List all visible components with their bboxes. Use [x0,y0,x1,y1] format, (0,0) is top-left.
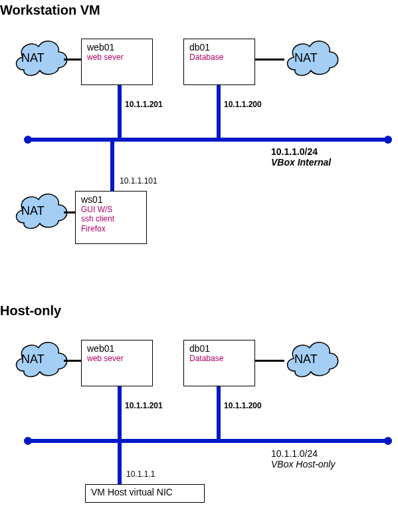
bus-dot-right-1 [384,136,392,144]
web01-desc-2: web sever [87,354,147,363]
bus-2 [27,439,387,443]
ws01-desc2: ssh client [81,214,141,223]
ip-web01-1: 10.1.1.201 [125,100,163,109]
net-label-1: 10.1.1.0/24 VBox Internal [271,146,331,168]
web01-desc-1: web sever [87,53,147,62]
nat-label-web01-2: NAT [21,352,45,366]
net-label-2: 10.1.1.0/24 VBox Host-only [271,448,335,469]
link-nat-ws01 [64,211,75,213]
drop-web01-2 [118,386,122,441]
ip-db01-2: 10.1.1.200 [224,401,262,410]
box-web01-1: web01 web sever [81,39,153,85]
box-hostnic: VM Host virtual NIC [85,484,205,503]
db01-name-2: db01 [189,343,249,354]
web01-name-1: web01 [87,42,147,53]
link-db01-nat [255,59,284,61]
ip-web01-2: 10.1.1.201 [125,401,163,410]
hostnic-label: VM Host virtual NIC [91,487,199,497]
link-nat-web01 [64,59,81,61]
drop-ws01 [110,142,114,192]
bus-1 [27,138,387,142]
db01-desc-2: Database [189,354,249,363]
drop-web01-1 [118,85,122,140]
ws01-name: ws01 [81,194,141,205]
section-title-2: Host-only [0,303,61,319]
bus-dot-left-2 [24,437,32,445]
net-cidr-1: 10.1.1.0/24 [271,146,318,157]
ip-ws01: 10.1.1.101 [120,176,157,186]
nat-label-web01: NAT [21,51,45,65]
section-title-1: Workstation VM [0,3,100,18]
ip-hostnic: 10.1.1.1 [126,469,155,479]
bus-dot-left-1 [24,136,32,144]
drop-db01-2 [217,386,221,441]
nat-label-db01: NAT [294,51,318,65]
link-db01-nat-2 [255,360,284,362]
link-nat-web01-2 [64,360,81,362]
db01-desc-1: Database [189,53,249,62]
bus-dot-right-2 [384,437,392,445]
net-cidr-2: 10.1.1.0/24 [271,448,335,459]
net-type-2: VBox Host-only [271,459,335,469]
drop-hostnic [118,443,122,484]
web01-name-2: web01 [87,343,147,354]
section-host-only: Host-only NAT web01 web sever db01 Datab… [0,298,398,532]
ip-db01-1: 10.1.1.200 [224,100,262,109]
section-workstation-vm: Workstation VM NAT web01 web sever db01 … [0,0,398,263]
db01-name-1: db01 [189,42,249,53]
ws01-desc1: GUI W/S [81,205,141,214]
nat-label-db01-2: NAT [294,352,318,366]
box-db01-2: db01 Database [183,340,255,386]
net-type-1: VBox Internal [271,157,331,168]
nat-label-ws01: NAT [21,204,45,218]
box-ws01: ws01 GUI W/S ssh client Firefox [75,191,147,244]
drop-db01-1 [217,85,221,140]
ws01-desc3: Firefox [81,224,141,233]
box-web01-2: web01 web sever [81,340,153,386]
box-db01-1: db01 Database [183,39,255,85]
